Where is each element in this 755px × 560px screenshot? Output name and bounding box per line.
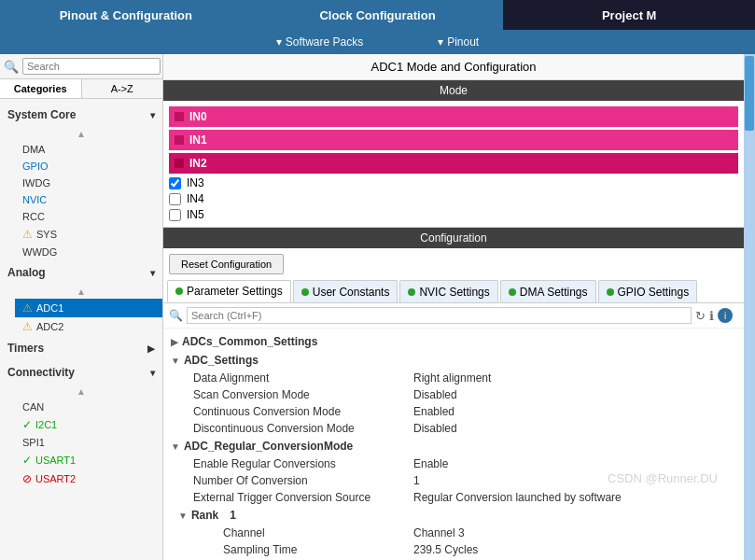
rank-value: 1 [230, 509, 236, 522]
group-system-core-header[interactable]: System Core ▾ [0, 103, 162, 127]
left-panel: 🔍 ⚙ Categories A->Z System Core ▾ ▲ DMA … [0, 54, 163, 560]
setting-value: 1 [406, 474, 744, 487]
mode-bar-in0[interactable]: IN0 [169, 106, 738, 127]
scroll-up-arrow-analog[interactable]: ▲ [0, 285, 162, 299]
tab-label: NVIC Settings [419, 286, 489, 299]
tree-item-dma[interactable]: DMA [15, 141, 162, 158]
settings-tree: ▶ ADCs_Common_Settings ▼ ADC_Settings Da… [163, 329, 744, 560]
chevron-down-icon: ▾ [150, 368, 155, 378]
tab-parameter-settings[interactable]: Parameter Settings [167, 280, 291, 302]
checkbox-in5[interactable] [169, 209, 181, 221]
tab-label: DMA Settings [520, 286, 588, 299]
tab-user-constants[interactable]: User Constants [293, 280, 398, 302]
setting-sampling-time: Sampling Time 239.5 Cycles [163, 541, 744, 558]
analog-items: ⚠ ADC1 ⚠ ADC2 [0, 299, 162, 336]
settings-search-bar: 🔍 ↻ ℹ i [163, 303, 744, 329]
setting-scan-conversion: Scan Conversion Mode Disabled [163, 386, 744, 403]
setting-label: Channel [163, 526, 406, 539]
chevron-icon: ▾ [276, 35, 282, 49]
tree-item-adc2[interactable]: ⚠ ADC2 [15, 317, 162, 336]
tree-item-adc1[interactable]: ⚠ ADC1 [15, 299, 162, 317]
nav-project[interactable]: Project M [503, 0, 755, 30]
tree-item-iwdg[interactable]: IWDG [15, 175, 162, 191]
info-icon[interactable]: ℹ [709, 309, 714, 323]
check-icon: ✓ [22, 454, 32, 467]
search-bar: 🔍 ⚙ [0, 54, 162, 79]
tree-item-gpio[interactable]: GPIO [15, 158, 162, 175]
search-icon: 🔍 [4, 60, 19, 74]
group-connectivity-header[interactable]: Connectivity ▾ [0, 360, 162, 385]
tree-item-can[interactable]: CAN [15, 399, 162, 415]
mode-item-in3: IN3 [169, 176, 738, 189]
setting-value: Disabled [406, 422, 744, 435]
setting-continuous-conversion: Continuous Conversion Mode Enabled [163, 403, 744, 420]
setting-enable-regular: Enable Regular Conversions Enable [163, 455, 744, 472]
nav-clock[interactable]: Clock Configuration [252, 0, 504, 30]
left-tree: System Core ▾ ▲ DMA GPIO IWDG NVIC RCC ⚠… [0, 99, 162, 492]
tab-label: GPIO Settings [618, 286, 690, 299]
group-system-core: System Core ▾ ▲ DMA GPIO IWDG NVIC RCC ⚠… [0, 103, 162, 260]
setting-external-trigger: External Trigger Conversion Source Regul… [163, 489, 744, 506]
config-header: Configuration [163, 228, 744, 248]
tree-item-nvic[interactable]: NVIC [15, 191, 162, 208]
config-section: Configuration Reset Configuration Parame… [163, 227, 744, 560]
tree-item-wwdg[interactable]: WWDG [15, 244, 162, 260]
checkbox-in4[interactable] [169, 193, 181, 205]
rank-label: Rank [191, 509, 218, 522]
scroll-up-arrow[interactable]: ▲ [0, 127, 162, 141]
chevron-icon: ▾ [438, 35, 443, 49]
tab-label: User Constants [313, 286, 390, 299]
tree-item-rcc[interactable]: RCC [15, 208, 162, 225]
group-adcs-common[interactable]: ▶ ADCs_Common_Settings [163, 332, 744, 351]
group-adc-settings[interactable]: ▼ ADC_Settings [163, 351, 744, 370]
right-scrollbar[interactable] [744, 54, 755, 560]
chevron-down-icon: ▼ [178, 511, 188, 521]
group-rank[interactable]: ▼ Rank 1 [163, 506, 744, 525]
tree-item-usart1[interactable]: ✓ USART1 [15, 451, 162, 469]
tree-item-i2c1[interactable]: ✓ I2C1 [15, 415, 162, 434]
scroll-up-arrow-conn[interactable]: ▲ [0, 385, 162, 399]
group-adc-regular[interactable]: ▼ ADC_Regular_ConversionMode [163, 437, 744, 455]
mode-label-in5: IN5 [187, 208, 204, 221]
mode-label-in0: IN0 [189, 110, 207, 123]
chevron-right-icon: ▶ [171, 337, 178, 347]
scrollbar-thumb[interactable] [745, 56, 754, 131]
refresh-icon[interactable]: ↻ [695, 309, 706, 323]
setting-label: Scan Conversion Mode [163, 388, 406, 401]
settings-search-input[interactable] [187, 307, 692, 324]
tab-dma-settings[interactable]: DMA Settings [500, 280, 596, 302]
tab-nvic-settings[interactable]: NVIC Settings [399, 280, 497, 302]
mode-section: Mode IN0 IN1 [163, 80, 744, 227]
mode-bar-in1[interactable]: IN1 [169, 130, 738, 150]
connectivity-items: CAN ✓ I2C1 SPI1 ✓ USART1 ⊘ USART2 [0, 399, 162, 488]
setting-data-alignment: Data Alignment Right alignment [163, 370, 744, 386]
group-analog-header[interactable]: Analog ▾ [0, 260, 162, 285]
category-tabs: Categories A->Z [0, 79, 162, 99]
config-tabs: Parameter Settings User Constants NVIC S… [163, 280, 744, 303]
top-nav: Pinout & Configuration Clock Configurati… [0, 0, 755, 30]
cross-icon: ⊘ [22, 472, 32, 485]
group-timers-header[interactable]: Timers ▶ [0, 336, 162, 360]
tab-categories[interactable]: Categories [0, 79, 82, 98]
mode-label-in4: IN4 [187, 192, 204, 205]
checkbox-in3[interactable] [169, 177, 181, 189]
mode-bar-in2[interactable]: IN2 [169, 153, 738, 174]
search-input[interactable] [22, 58, 161, 75]
tab-gpio-settings[interactable]: GPIO Settings [598, 280, 698, 302]
group-analog: Analog ▾ ▲ ⚠ ADC1 ⚠ ADC2 [0, 260, 162, 336]
tree-item-sys[interactable]: ⚠ SYS [15, 225, 162, 244]
tree-item-usart2[interactable]: ⊘ USART2 [15, 469, 162, 488]
sub-nav-software-packs[interactable]: ▾ Software Packs [276, 35, 363, 49]
tree-item-spi1[interactable]: SPI1 [15, 434, 162, 451]
warning-icon: ⚠ [22, 228, 33, 241]
warning-icon: ⚠ [22, 301, 33, 315]
reset-config-button[interactable]: Reset Configuration [169, 254, 284, 274]
mode-item-in0: IN0 [169, 106, 738, 127]
info-circle-icon[interactable]: i [718, 308, 733, 323]
tab-atoz[interactable]: A->Z [82, 79, 163, 98]
mode-square-in0 [175, 112, 184, 121]
sub-nav: ▾ Software Packs ▾ Pinout [0, 30, 755, 54]
nav-pinout[interactable]: Pinout & Configuration [0, 0, 252, 30]
mode-item-in5: IN5 [169, 208, 738, 221]
sub-nav-pinout[interactable]: ▾ Pinout [438, 35, 479, 49]
